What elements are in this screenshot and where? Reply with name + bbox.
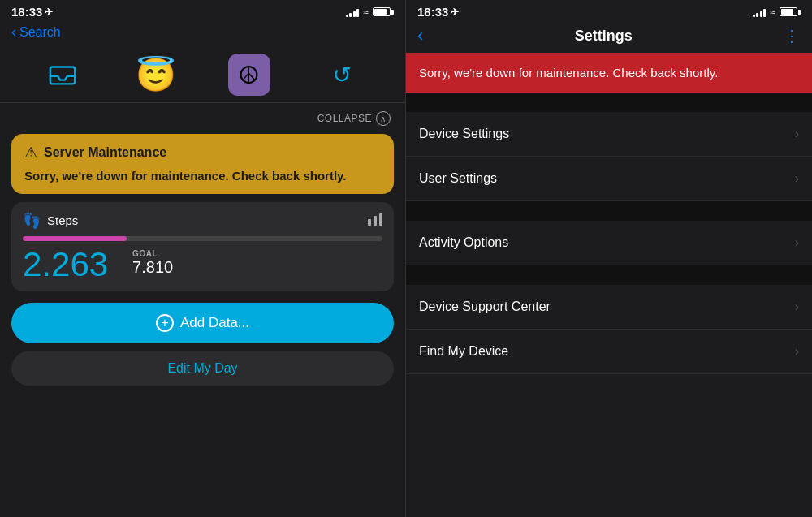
right-location-icon: ✈ [451,6,459,18]
maintenance-title: Server Maintenance [44,145,166,160]
right-wifi-icon: ≈ [770,6,775,18]
right-maintenance-banner: Sorry, we're down for maintenance. Check… [406,53,812,93]
steps-progress-bar [23,236,382,241]
left-status-bar: 18:33 ✈ ≈ [0,0,405,22]
edit-day-button[interactable]: Edit My Day [11,351,394,386]
steps-numbers: 2.263 GOAL 7.810 [23,248,382,282]
settings-item-device-support-center[interactable]: Device Support Center › [406,285,812,330]
edit-day-label: Edit My Day [167,361,237,376]
steps-progress-fill [23,236,127,241]
svg-rect-1 [368,219,371,226]
settings-separator-mid2 [406,265,812,285]
device-settings-chevron: › [795,127,799,141]
refresh-icon-box[interactable]: ↻ [322,54,364,96]
add-data-plus-icon: + [156,314,174,332]
right-battery-icon [780,7,801,16]
right-status-time: 18:33 ✈ [417,5,459,19]
find-my-device-chevron: › [795,344,799,359]
right-status-icons: ≈ [753,6,801,18]
inbox-icon-box[interactable] [41,54,84,96]
device-support-center-chevron: › [795,299,799,314]
steps-count: 2.263 [23,248,108,282]
left-search-nav[interactable]: ‹ Search [11,24,61,41]
add-data-label: Add Data... [180,315,249,331]
maintenance-body: Sorry, we're down for maintenance. Check… [24,168,381,184]
right-nav-title: Settings [575,28,633,45]
steps-goal: GOAL 7.810 [132,249,173,282]
left-search-label: Search [19,25,61,40]
svg-rect-3 [379,213,382,226]
goal-label: GOAL [132,249,173,258]
left-content-area: COLLAPSE ∧ ⚠ Server Maintenance Sorry, w… [0,103,405,517]
settings-item-user-settings[interactable]: User Settings › [406,157,812,201]
inbox-svg-icon [47,59,78,90]
add-data-button[interactable]: + Add Data... [11,303,394,343]
svg-rect-2 [374,216,377,226]
find-my-device-label: Find My Device [419,344,508,359]
right-maintenance-text: Sorry, we're down for maintenance. Check… [419,66,718,80]
location-icon: ✈ [45,6,53,18]
signal-bars-icon [346,7,360,17]
peace-symbol: ☮ [238,61,260,89]
right-back-button[interactable]: ‹ [417,25,423,46]
activity-options-chevron: › [795,235,799,250]
left-nav-bar: ‹ Search [0,22,405,45]
steps-foot-icon: 👣 [23,212,41,230]
right-more-button[interactable]: ⋮ [784,26,801,45]
settings-item-device-settings[interactable]: Device Settings › [406,112,812,157]
right-signal-bars-icon [753,7,767,17]
device-settings-label: Device Settings [419,127,509,141]
angel-emoji: 😇 [136,56,176,94]
wifi-icon: ≈ [363,6,369,18]
user-settings-label: User Settings [419,171,497,186]
settings-item-activity-options[interactable]: Activity Options › [406,221,812,265]
left-time-text: 18:33 [11,5,42,19]
right-panel: 18:33 ✈ ≈ ‹ Settings ⋮ Sorry, we're down… [406,0,812,517]
left-status-icons: ≈ [346,6,394,18]
collapse-text: COLLAPSE ∧ [317,111,391,126]
left-back-chevron: ‹ [11,24,16,41]
battery-icon [373,7,394,16]
left-panel: 18:33 ✈ ≈ ‹ Search [0,0,406,517]
refresh-icon: ↻ [333,62,352,88]
peace-icon-box[interactable]: ☮ [228,54,270,96]
steps-header: 👣 Steps [23,212,382,230]
left-status-time: 18:33 ✈ [11,5,53,19]
right-status-bar: 18:33 ✈ ≈ [406,0,812,22]
collapse-bar[interactable]: COLLAPSE ∧ [11,111,394,126]
user-settings-chevron: › [795,171,799,186]
maintenance-card: ⚠ Server Maintenance Sorry, we're down f… [11,134,394,194]
right-time-text: 18:33 [417,5,448,19]
activity-options-label: Activity Options [419,235,508,250]
collapse-label: COLLAPSE [317,113,372,124]
settings-list: Device Settings › User Settings › Activi… [406,112,812,517]
steps-label: Steps [47,213,78,227]
bar-chart-icon[interactable] [368,213,382,229]
maintenance-header: ⚠ Server Maintenance [24,144,381,162]
settings-item-find-my-device[interactable]: Find My Device › [406,330,812,374]
device-support-center-label: Device Support Center [419,299,551,314]
right-nav-bar: ‹ Settings ⋮ [406,22,812,53]
icons-row: 😇 ☮ ↻ [0,45,405,103]
steps-title-row: 👣 Steps [23,212,78,230]
warning-triangle-icon: ⚠ [24,144,37,162]
steps-card: 👣 Steps 2.263 GOAL 7.810 [11,202,394,291]
settings-separator-mid [406,201,812,221]
emoji-icon-box[interactable]: 😇 [135,54,177,96]
collapse-chevron-icon: ∧ [376,111,391,126]
goal-value: 7.810 [132,258,173,277]
settings-separator-top [406,93,812,112]
